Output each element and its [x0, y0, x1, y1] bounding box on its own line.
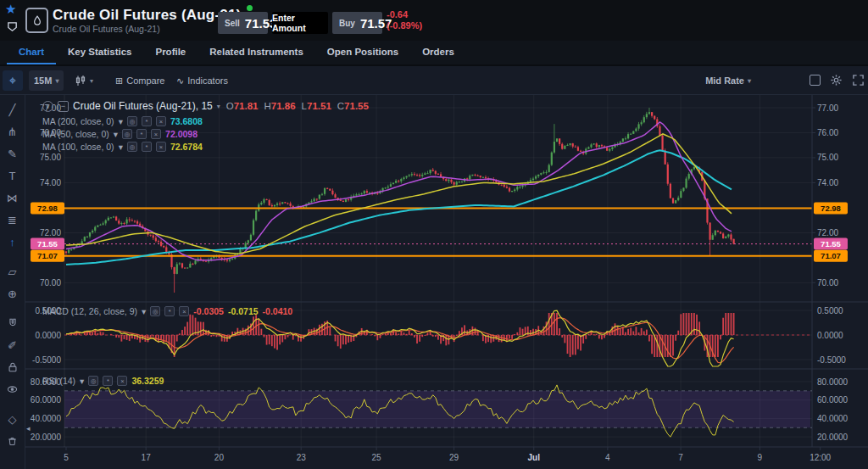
- settings-icon[interactable]: *: [136, 129, 147, 139]
- svg-text:9: 9: [758, 453, 763, 462]
- snapshot-icon[interactable]: [810, 75, 821, 86]
- time-axis: 51720232529Jul47912:00: [64, 447, 831, 462]
- indicators-button[interactable]: ∿Indicators: [171, 70, 233, 91]
- compare-icon: ⊞: [115, 75, 123, 87]
- instrument-icon: [25, 8, 48, 33]
- svg-text:74.00: 74.00: [40, 178, 61, 187]
- tool-xabcd-pattern-icon[interactable]: ⋈: [3, 188, 22, 207]
- chevron-down-icon: ▾: [114, 129, 118, 139]
- favorite-star-icon[interactable]: ★: [5, 2, 16, 17]
- svg-text:76.00: 76.00: [817, 128, 838, 137]
- price-change: -0.64 (-0.89%): [387, 9, 422, 31]
- settings-icon[interactable]: *: [103, 376, 113, 386]
- tool-remove-drawings-icon[interactable]: [3, 432, 22, 450]
- ma100-value: 72.6784: [170, 142, 203, 152]
- visibility-icon[interactable]: ◎: [88, 376, 98, 386]
- svg-text:0.0000: 0.0000: [35, 331, 61, 340]
- tool-text-icon[interactable]: T: [3, 166, 22, 185]
- svg-text:70.00: 70.00: [40, 278, 61, 288]
- settings-icon[interactable]: *: [142, 116, 152, 126]
- amount-input[interactable]: Enter Amount: [272, 12, 328, 34]
- tool-magnet-icon[interactable]: [3, 314, 22, 332]
- price-levels: [64, 208, 812, 255]
- svg-text:71.55: 71.55: [821, 239, 841, 248]
- svg-text:4: 4: [605, 453, 610, 462]
- gear-icon[interactable]: [830, 74, 843, 90]
- fullscreen-icon[interactable]: [852, 74, 865, 90]
- chart-style-dropdown[interactable]: ▾: [70, 70, 98, 91]
- macd-signal-value: -0.0410: [263, 306, 293, 316]
- svg-text:71.07: 71.07: [821, 251, 841, 260]
- chevron-down-icon: ▾: [80, 376, 84, 386]
- close-icon[interactable]: ×: [179, 306, 189, 316]
- close-icon[interactable]: ×: [151, 129, 161, 139]
- svg-text:5: 5: [64, 453, 69, 462]
- market-open-dot: [247, 5, 253, 11]
- interval-dropdown[interactable]: 15M▾: [29, 70, 64, 91]
- svg-text:7: 7: [678, 453, 683, 462]
- candlestick-icon: [75, 75, 86, 87]
- nav-tabs: Chart Key Statistics Profile Related Ins…: [0, 41, 868, 66]
- indicators-icon: ∿: [176, 75, 184, 87]
- pane-collapse-icon[interactable]: ◂: [26, 424, 31, 433]
- close-icon[interactable]: ×: [156, 142, 166, 152]
- tab-chart[interactable]: Chart: [7, 41, 56, 64]
- tool-lock-drawings-icon[interactable]: [3, 358, 22, 377]
- close-icon[interactable]: ×: [117, 376, 127, 386]
- buy-button[interactable]: Buy 71.57: [332, 12, 382, 34]
- svg-text:71.55: 71.55: [37, 239, 58, 248]
- settings-icon[interactable]: *: [164, 306, 175, 316]
- svg-text:-0.5000: -0.5000: [32, 355, 61, 365]
- visibility-icon[interactable]: ◎: [127, 116, 137, 126]
- tab-related-instruments[interactable]: Related Instruments: [198, 41, 315, 64]
- tool-ruler-icon[interactable]: ▱: [3, 262, 22, 281]
- pointer-badge-icon[interactable]: [6, 20, 19, 36]
- svg-text:77.00: 77.00: [817, 103, 838, 113]
- legend-collapse-icon[interactable]: ∨: [42, 101, 53, 112]
- ma200-legend: MA (200, close, 0)▾ ◎ * × 73.6808: [42, 116, 203, 126]
- chevron-down-icon: ▾: [55, 77, 58, 85]
- legend-minimize-icon[interactable]: −: [58, 101, 69, 112]
- tool-brush-icon[interactable]: ✎: [3, 144, 22, 163]
- chart-container: 77.0077.0076.0076.0075.0075.0074.0074.00…: [25, 95, 868, 469]
- visibility-icon[interactable]: ◎: [127, 142, 137, 152]
- chevron-down-icon: ▾: [748, 77, 751, 85]
- chevron-down-icon: ▾: [119, 142, 123, 152]
- svg-text:75.00: 75.00: [40, 153, 61, 162]
- svg-text:17: 17: [142, 453, 152, 462]
- sell-button[interactable]: Sell 71.53: [218, 12, 268, 34]
- tool-trend-line-icon[interactable]: ╱: [3, 100, 22, 119]
- ma50-legend: MA (50, close, 0)▾ ◎ * × 72.0098: [42, 129, 198, 139]
- symbol-name: Crude Oil Futures (Aug-21), 15: [73, 100, 213, 112]
- tab-orders[interactable]: Orders: [410, 41, 466, 64]
- chevron-down-icon: ▾: [142, 306, 146, 316]
- tool-forecast-icon[interactable]: ≣: [3, 210, 22, 229]
- tool-arrow-marker-icon[interactable]: ↑: [3, 232, 22, 251]
- macd-hist-value: -0.0305: [193, 306, 224, 316]
- svg-text:0.0000: 0.0000: [817, 331, 843, 340]
- visibility-icon[interactable]: ◎: [150, 306, 160, 316]
- svg-text:23: 23: [297, 453, 307, 462]
- visibility-icon[interactable]: ◎: [122, 129, 132, 139]
- tool-pitchfork-icon[interactable]: ⋔: [3, 122, 22, 141]
- svg-text:20.0000: 20.0000: [31, 433, 62, 442]
- compare-button[interactable]: ⊞Compare: [110, 70, 170, 91]
- tab-profile[interactable]: Profile: [143, 41, 198, 64]
- tool-zoom-in-icon[interactable]: ⊕: [3, 284, 22, 303]
- svg-text:0.5000: 0.5000: [817, 306, 843, 315]
- tab-key-statistics[interactable]: Key Statistics: [56, 41, 143, 64]
- tab-open-positions[interactable]: Open Positions: [315, 41, 410, 64]
- oil-drop-icon: [31, 14, 43, 27]
- tool-hide-drawings-icon[interactable]: [3, 380, 22, 399]
- rate-mode-dropdown[interactable]: Mid Rate▾: [700, 70, 756, 91]
- tool-object-tree-icon[interactable]: ◇: [3, 410, 22, 428]
- tool-drawing-mode-icon[interactable]: ✐: [3, 336, 22, 355]
- svg-text:72.00: 72.00: [817, 228, 838, 237]
- settings-icon[interactable]: *: [142, 142, 152, 152]
- svg-text:20: 20: [214, 453, 225, 462]
- svg-text:72.00: 72.00: [40, 228, 61, 237]
- rsi-value: 36.3259: [131, 376, 164, 386]
- crosshair-tool-button[interactable]: ⌖: [3, 70, 23, 91]
- svg-text:25: 25: [372, 453, 382, 462]
- close-icon[interactable]: ×: [156, 116, 166, 126]
